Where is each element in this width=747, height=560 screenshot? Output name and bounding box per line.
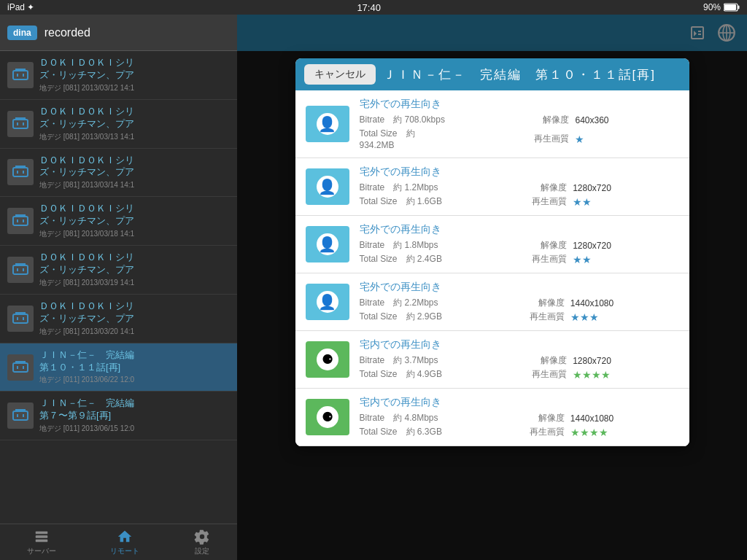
list-item-icon [7,159,34,185]
quality-thumb: 👤 [306,284,349,320]
nav-settings-label: 設定 [195,546,209,556]
size-label: Total Size 約 934.2MB [360,128,447,150]
quality-stars: ★★★ [570,311,679,323]
dina-badge: dina [7,26,37,40]
list-item-title: ＪＩＮ－仁－ 完結編 第７〜第９話[再] [39,397,230,422]
svg-rect-27 [36,531,48,534]
list-item-content: ＪＩＮ－仁－ 完結編 第７〜第９話[再]地デジ [011] 2013/06/15… [39,397,230,434]
status-left: iPad ✦ [7,2,34,12]
modal-header: キャンセル ＪＩＮ－仁－ 完結編 第１０・１１話[再] [295,58,689,90]
quality-modal: キャンセル ＪＩＮ－仁－ 完結編 第１０・１１話[再] 👤 宅外での再生向き B… [295,58,689,446]
list-item[interactable]: ＪＩＮ－仁－ 完結編 第７〜第９話[再]地デジ [011] 2013/06/15… [0,392,237,440]
quality-label: 再生画質 [512,311,570,323]
quality-info: 宅外での再生向き Bitrate 約 1.2Mbps 解像度 1280x720 … [360,166,679,208]
list-item[interactable]: ＤＯＫＩＤＯＫＩシリ ズ・リッチマン、プア地デジ [081] 2013/03/1… [0,51,237,100]
list-item[interactable]: ＤＯＫＩＤＯＫＩシリ ズ・リッチマン、プア地デジ [081] 2013/03/1… [0,149,237,198]
outdoor-thumb-icon: 👤 [317,233,338,255]
quality-label: 再生画質 [514,368,573,381]
modal-overlay[interactable]: キャンセル ＪＩＮ－仁－ 完結編 第１０・１１話[再] 👤 宅外での再生向き B… [237,15,747,560]
svg-rect-6 [13,120,28,128]
svg-rect-12 [13,217,28,225]
list-item-content: ＪＩＮ－仁－ 完結編 第１０・１１話[再]地デジ [011] 2013/06/2… [39,349,230,386]
quality-stats: Bitrate 約 708.0kbps 解像度 640x360 Total Si… [360,114,679,150]
quality-stats: Bitrate 約 2.2Mbps 解像度 1440x1080 Total Si… [360,297,679,323]
list-item-sub: 地デジ [081] 2013/03/13 14:1 [39,132,230,142]
quality-stats: Bitrate 約 1.8Mbps 解像度 1280x720 Total Siz… [360,239,679,265]
quality-type-label: 宅内での再生向き [360,338,679,351]
resolution-label: 解像度 [514,354,573,367]
list-item[interactable]: ＤＯＫＩＤＯＫＩシリ ズ・リッチマン、プア地デジ [081] 2013/03/2… [0,295,237,343]
bitrate-label: Bitrate 約 3.7Mbps [360,354,447,367]
quality-item[interactable]: 👤 宅外での再生向き Bitrate 約 1.2Mbps 解像度 1280x72… [295,158,689,216]
list-item-sub: 地デジ [011] 2013/06/15 12:0 [39,424,230,434]
resolution-value: 1280x720 [573,356,678,366]
nav-remote-label: リモート [110,546,139,556]
size-label: Total Size 約 4.9GB [360,368,447,381]
home-icon [117,529,133,545]
svg-rect-29 [36,539,48,542]
list-item-content: ＤＯＫＩＤＯＫＩシリ ズ・リッチマン、プア地デジ [081] 2013/03/1… [39,203,230,239]
bitrate-label: Bitrate 約 1.8Mbps [360,239,447,252]
quality-info: 宅外での再生向き Bitrate 約 1.8Mbps 解像度 1280x720 … [360,223,679,265]
svg-rect-9 [13,168,28,176]
list-item-title: ＤＯＫＩＤＯＫＩシリ ズ・リッチマン、プア [39,203,230,228]
quality-stats: Bitrate 約 3.7Mbps 解像度 1280x720 Total Siz… [360,354,679,381]
nav-remote[interactable]: リモート [96,526,154,559]
resolution-label: 解像度 [516,114,575,126]
quality-item[interactable]: 👤 宅外での再生向き Bitrate 約 2.2Mbps 解像度 1440x10… [295,273,689,331]
quality-info: 宅外での再生向き Bitrate 約 2.2Mbps 解像度 1440x1080… [360,281,679,323]
indoor-thumb-icon: ⚈ [317,349,338,370]
sidebar-list: ＤＯＫＩＤＯＫＩシリ ズ・リッチマン、プア地デジ [081] 2013/03/1… [0,51,237,440]
list-item[interactable]: ＤＯＫＩＤＯＫＩシリ ズ・リッチマン、プア地デジ [081] 2013/03/1… [0,100,237,149]
list-item-icon [7,402,34,429]
nav-server[interactable]: サーバー [12,526,71,559]
outdoor-thumb-icon: 👤 [317,113,338,135]
quality-info: 宅外での再生向き Bitrate 約 708.0kbps 解像度 640x360… [360,98,679,150]
list-item[interactable]: ＤＯＫＩＤＯＫＩシリ ズ・リッチマン、プア地デジ [081] 2013/03/1… [0,246,237,295]
quality-thumb: ⚈ [306,399,349,435]
quality-item[interactable]: ⚈ 宅内での再生向き Bitrate 約 4.8Mbps 解像度 1440x10… [295,389,689,446]
list-item-icon [7,62,34,88]
svg-rect-3 [13,71,28,79]
svg-rect-24 [13,411,28,420]
main-layout: dina recorded ＤＯＫＩＤＯＫＩシリ ズ・リッチマン、プア地デジ [… [0,15,747,560]
quality-stats: Bitrate 約 4.8Mbps 解像度 1440x1080 Total Si… [360,412,679,438]
sidebar: dina recorded ＤＯＫＩＤＯＫＩシリ ズ・リッチマン、プア地デジ [… [0,15,237,560]
quality-type-label: 宅外での再生向き [360,281,679,294]
list-item-sub: 地デジ [081] 2013/03/19 14:1 [39,278,230,288]
bottom-nav: サーバー リモート 設定 [0,524,237,560]
list-item-content: ＤＯＫＩＤＯＫＩシリ ズ・リッチマン、プア地デジ [081] 2013/03/1… [39,106,230,142]
quality-item[interactable]: 👤 宅外での再生向き Bitrate 約 708.0kbps 解像度 640x3… [295,90,689,158]
gear-icon [194,529,210,545]
indoor-thumb-icon: ⚈ [317,406,338,428]
quality-stars: ★ [575,133,678,145]
battery-icon [724,3,740,12]
size-label: Total Size 約 1.6GB [360,195,447,208]
sidebar-header: dina recorded [0,15,237,51]
quality-thumb: 👤 [306,226,349,262]
svg-rect-18 [13,314,28,323]
list-item[interactable]: ＪＩＮ－仁－ 完結編 第１０・１１話[再]地デジ [011] 2013/06/2… [0,343,237,392]
quality-item[interactable]: 👤 宅外での再生向き Bitrate 約 1.8Mbps 解像度 1280x72… [295,216,689,273]
bitrate-label: Bitrate 約 708.0kbps [360,114,447,126]
size-label: Total Size 約 2.4GB [360,253,447,265]
list-item-icon [7,111,34,137]
resolution-label: 解像度 [512,412,570,424]
quality-stars: ★★★★ [570,427,679,438]
list-item-title: ＤＯＫＩＤＯＫＩシリ ズ・リッチマン、プア [39,155,230,179]
resolution-value: 640x360 [575,115,678,125]
status-right: 90% [703,2,740,12]
quality-type-label: 宅外での再生向き [360,98,679,111]
sidebar-title: recorded [44,26,90,39]
ipad-label: iPad ✦ [7,2,34,12]
cancel-button[interactable]: キャンセル [304,64,376,85]
svg-rect-21 [13,363,28,372]
quality-item[interactable]: ⚈ 宅内での再生向き Bitrate 約 3.7Mbps 解像度 1280x72… [295,331,689,389]
quality-info: 宅内での再生向き Bitrate 約 3.7Mbps 解像度 1280x720 … [360,338,679,381]
quality-type-label: 宅内での再生向き [360,396,679,409]
list-item[interactable]: ＤＯＫＩＤＯＫＩシリ ズ・リッチマン、プア地デジ [081] 2013/03/1… [0,197,237,246]
resolution-label: 解像度 [514,239,573,252]
list-item-title: ＤＯＫＩＤＯＫＩシリ ズ・リッチマン、プア [39,300,230,325]
status-bar: iPad ✦ 17:40 90% [0,0,747,15]
nav-settings[interactable]: 設定 [179,526,225,559]
